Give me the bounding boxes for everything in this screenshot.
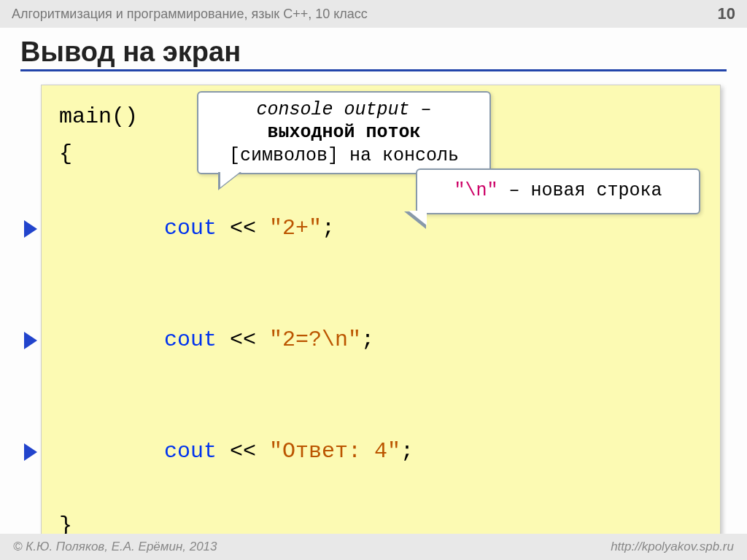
string-literal: "2=?\n" [269, 327, 361, 352]
callout-tail-icon [409, 211, 427, 225]
callout-console-output: console output – выходной поток [символо… [197, 91, 491, 174]
callout-bold: выходной поток [267, 122, 420, 143]
code-line-cout-3: cout << "Ответ: 4"; [59, 396, 703, 508]
code-line-cout-2: cout << "2=?\n"; [59, 284, 703, 396]
play-arrow-icon [24, 443, 37, 461]
play-arrow-icon [24, 220, 37, 238]
play-arrow-icon [24, 332, 37, 349]
header-bar: Алгоритмизация и программирование, язык … [0, 0, 747, 28]
page-number: 10 [718, 4, 735, 23]
escape-sequence: "\n" [454, 180, 498, 201]
cout-keyword: cout [164, 216, 217, 241]
callout-italic: console output [256, 99, 409, 120]
page-title: Вывод на экран [20, 36, 727, 71]
callout-newline: "\n" – новая строка [416, 168, 700, 214]
footer-bar: © К.Ю. Поляков, Е.А. Ерёмин, 2013 http:/… [0, 534, 747, 560]
cout-keyword: cout [164, 439, 217, 464]
callout-tail-icon [220, 171, 241, 187]
string-literal: "Ответ: 4" [269, 439, 400, 464]
slide-content: Вывод на экран main() { cout << "2+"; co… [0, 28, 747, 560]
breadcrumb: Алгоритмизация и программирование, язык … [12, 7, 368, 22]
footer-url: http://kpolyakov.spb.ru [611, 540, 734, 554]
cout-keyword: cout [164, 327, 217, 352]
copyright-text: © К.Ю. Поляков, Е.А. Ерёмин, 2013 [13, 540, 217, 554]
string-literal: "2+" [269, 216, 322, 241]
code-block: main() { cout << "2+"; cout << "2=?\n"; … [41, 85, 721, 559]
